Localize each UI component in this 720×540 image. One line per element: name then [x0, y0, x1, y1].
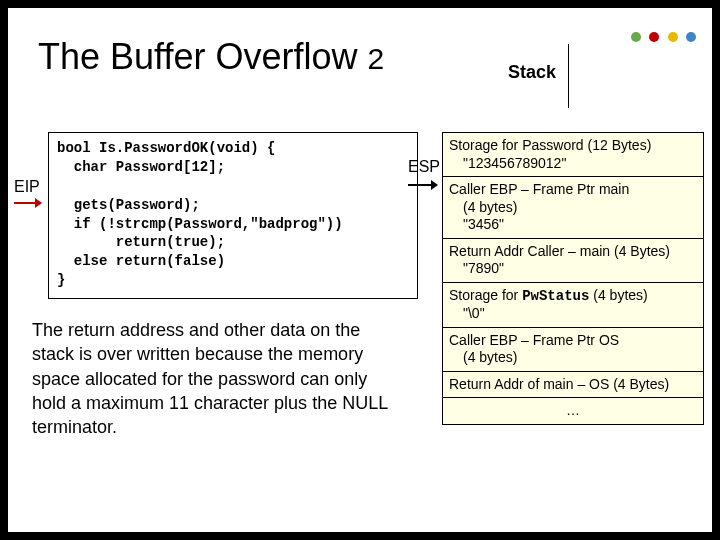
code-line: }: [57, 272, 65, 288]
stack-cell: …: [566, 402, 580, 418]
stack-row: Storage for Password (12 Bytes) "1234567…: [443, 133, 703, 177]
dot: [686, 32, 696, 42]
stack-cell: Return Addr of main – OS (4 Bytes): [449, 376, 669, 392]
stack-cell: Storage for Password (12 Bytes): [449, 137, 651, 153]
stack-cell: (4 bytes): [449, 349, 697, 367]
dot: [631, 32, 641, 42]
eip-label: EIP: [14, 178, 40, 196]
code-line: else return(false): [57, 253, 225, 269]
explanation-paragraph: The return address and other data on the…: [32, 318, 402, 439]
stack-cell: "\0": [449, 305, 697, 323]
slide: The Buffer Overflow 2 Stack EIP bool Is.…: [8, 8, 712, 532]
stack-row: Storage for PwStatus (4 bytes) "\0": [443, 283, 703, 328]
stack-cell: "123456789012": [449, 155, 697, 173]
stack-cell: Caller EBP – Frame Ptr main: [449, 181, 629, 197]
title-text: The Buffer Overflow: [38, 36, 357, 77]
dot: [668, 32, 678, 42]
code-line: bool Is.PasswordOK(void) {: [57, 140, 275, 156]
stack-cell: Storage for: [449, 287, 522, 303]
esp-label: ESP: [408, 158, 440, 176]
stack-cell: "3456": [449, 216, 697, 234]
stack-cell: (4 bytes): [449, 199, 697, 217]
dot: [649, 32, 659, 42]
stack-row: Caller EBP – Frame Ptr OS (4 bytes): [443, 328, 703, 372]
stack-cell: Caller EBP – Frame Ptr OS: [449, 332, 619, 348]
stack-cell: Return Addr Caller – main (4 Bytes): [449, 243, 670, 259]
code-snippet: bool Is.PasswordOK(void) { char Password…: [48, 132, 418, 299]
stack-cell: (4 bytes): [589, 287, 647, 303]
stack-header: Stack: [508, 62, 556, 83]
stack-header-line: [568, 44, 569, 108]
stack-cell: "7890": [449, 260, 697, 278]
code-line: gets(Password);: [57, 197, 200, 213]
esp-arrow-icon: [408, 180, 438, 190]
title-number: 2: [367, 42, 384, 75]
code-line: char Password[12];: [57, 159, 225, 175]
stack-table: Storage for Password (12 Bytes) "1234567…: [442, 132, 704, 425]
stack-row: …: [443, 398, 703, 425]
code-line: return(true);: [57, 234, 225, 250]
code-line: if (!strcmp(Password,"badprog")): [57, 216, 343, 232]
stack-row: Return Addr Caller – main (4 Bytes) "789…: [443, 239, 703, 283]
decoration-dots: [627, 28, 696, 46]
stack-cell-mono: PwStatus: [522, 288, 589, 304]
stack-row: Caller EBP – Frame Ptr main (4 bytes) "3…: [443, 177, 703, 239]
slide-title: The Buffer Overflow 2: [38, 36, 384, 78]
eip-arrow-icon: [14, 198, 42, 208]
stack-row: Return Addr of main – OS (4 Bytes): [443, 372, 703, 399]
